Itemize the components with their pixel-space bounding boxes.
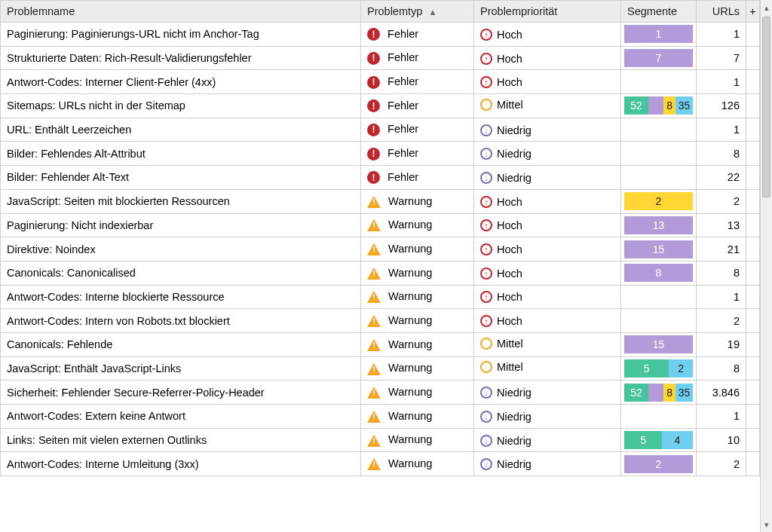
segment-green: 52 bbox=[624, 96, 648, 115]
cell-problem-type: Warnung bbox=[361, 452, 474, 476]
vertical-scrollbar[interactable]: ▴ ▾ bbox=[760, 0, 772, 532]
col-header-urls[interactable]: URLs bbox=[697, 1, 746, 23]
cell-problem-name: Bilder: Fehlendes Alt-Attribut bbox=[1, 142, 361, 166]
segment-bar: 2 bbox=[624, 192, 693, 210]
cell-priority: Hoch bbox=[474, 46, 621, 70]
col-header-type-label: Problemtyp bbox=[367, 5, 422, 17]
priority-label: Hoch bbox=[497, 291, 522, 303]
cell-spacer bbox=[746, 428, 760, 452]
segment-bar: 52835 bbox=[624, 96, 693, 115]
priority-high-icon bbox=[480, 268, 492, 280]
cell-priority: Mittel bbox=[474, 94, 621, 118]
table-row[interactable]: Bilder: Fehlendes Alt-Attribut! FehlerNi… bbox=[1, 142, 760, 166]
cell-spacer bbox=[746, 23, 760, 47]
scroll-down-icon[interactable]: ▾ bbox=[761, 517, 772, 532]
priority-low-icon bbox=[480, 411, 492, 423]
priority-high-icon bbox=[480, 29, 492, 41]
table-row[interactable]: Paginierung: Nicht indexierbar WarnungHo… bbox=[1, 213, 760, 237]
cell-priority: Hoch bbox=[474, 285, 621, 309]
cell-priority: Hoch bbox=[474, 237, 621, 261]
cell-problem-type: ! Fehler bbox=[361, 94, 474, 118]
priority-low-icon bbox=[480, 124, 492, 136]
segment-green: 5 bbox=[624, 359, 669, 378]
cell-problem-type: Warnung bbox=[361, 381, 474, 405]
table-row[interactable]: JavaScript: Enthält JavaScript-Links War… bbox=[1, 356, 760, 381]
type-label: Warnung bbox=[385, 219, 432, 231]
table-row[interactable]: Canonicals: Canonicalised WarnungHoch88 bbox=[1, 261, 760, 285]
segment-yellow: 8 bbox=[663, 96, 676, 115]
cell-priority: Hoch bbox=[474, 309, 621, 333]
table-row[interactable]: Bilder: Fehlender Alt-Text! FehlerNiedri… bbox=[1, 166, 760, 190]
table-row[interactable]: URL: Enthält Leerzeichen! FehlerNiedrig1 bbox=[1, 118, 760, 142]
type-label: Warnung bbox=[385, 362, 432, 374]
type-label: Warnung bbox=[385, 386, 432, 398]
warning-icon bbox=[367, 219, 381, 231]
cell-problem-name: Sicherheit: Fehlender Secure-Referrer-Po… bbox=[1, 381, 361, 405]
cell-problem-name: Canonicals: Fehlende bbox=[1, 332, 361, 356]
table-row[interactable]: Antwort-Codes: Interne Umleitung (3xx) W… bbox=[1, 452, 760, 476]
cell-problem-name: Antwort-Codes: Interner Client-Fehler (4… bbox=[1, 70, 361, 94]
col-header-type[interactable]: Problemtyp ▲ bbox=[361, 1, 474, 23]
table-row[interactable]: Links: Seiten mit vielen externen Outlin… bbox=[1, 428, 760, 452]
table-row[interactable]: Sitemaps: URLs nicht in der Sitemap! Feh… bbox=[1, 94, 760, 118]
warning-icon bbox=[367, 363, 381, 375]
table-row[interactable]: JavaScript: Seiten mit blockierten Resso… bbox=[1, 189, 760, 213]
priority-label: Niedrig bbox=[497, 172, 532, 184]
type-label: Warnung bbox=[385, 410, 432, 422]
cell-spacer bbox=[746, 142, 760, 166]
segment-yellow: 8 bbox=[663, 384, 676, 402]
cell-spacer bbox=[746, 213, 760, 237]
cell-priority: Niedrig bbox=[474, 142, 621, 166]
cell-url-count: 126 bbox=[697, 94, 746, 118]
priority-label: Niedrig bbox=[497, 124, 532, 136]
table-row[interactable]: Sicherheit: Fehlender Secure-Referrer-Po… bbox=[1, 381, 760, 405]
table-row[interactable]: Direktive: Noindex WarnungHoch1521 bbox=[1, 237, 760, 261]
table-row[interactable]: Canonicals: Fehlende WarnungMittel1519 bbox=[1, 332, 760, 356]
error-icon: ! bbox=[367, 99, 380, 112]
cell-spacer bbox=[746, 237, 760, 261]
scroll-track[interactable] bbox=[761, 15, 772, 517]
scroll-up-icon[interactable]: ▴ bbox=[761, 0, 772, 15]
cell-problem-name: Canonicals: Canonicalised bbox=[1, 261, 361, 285]
table-row[interactable]: Strukturierte Daten: Rich-Result-Validie… bbox=[1, 46, 760, 70]
type-label: Warnung bbox=[385, 195, 432, 207]
warning-icon bbox=[367, 387, 381, 399]
scroll-thumb[interactable] bbox=[762, 17, 770, 197]
col-header-priority[interactable]: Problempriorität bbox=[474, 1, 621, 23]
cell-segments: 52835 bbox=[621, 94, 697, 118]
warning-icon bbox=[367, 196, 381, 208]
add-column-button[interactable]: + bbox=[746, 1, 760, 23]
table-row[interactable]: Antwort-Codes: Interner Client-Fehler (4… bbox=[1, 70, 760, 94]
cell-spacer bbox=[746, 189, 760, 213]
cell-spacer bbox=[746, 166, 760, 190]
cell-priority: Niedrig bbox=[474, 381, 621, 405]
priority-label: Mittel bbox=[497, 99, 523, 111]
error-icon: ! bbox=[367, 171, 380, 184]
type-label: Warnung bbox=[385, 314, 432, 326]
segment-bar: 7 bbox=[624, 49, 693, 67]
cell-segments bbox=[621, 166, 697, 190]
priority-high-icon bbox=[480, 196, 492, 208]
col-header-name[interactable]: Problemname bbox=[1, 1, 361, 23]
cell-segments: 7 bbox=[621, 46, 697, 70]
cell-problem-type: ! Fehler bbox=[361, 142, 474, 166]
warning-icon bbox=[367, 339, 381, 351]
table-row[interactable]: Antwort-Codes: Interne blockierte Ressou… bbox=[1, 285, 760, 309]
warning-icon bbox=[367, 411, 381, 423]
type-label: Fehler bbox=[384, 51, 418, 63]
cell-priority: Mittel bbox=[474, 332, 621, 356]
priority-label: Hoch bbox=[497, 53, 522, 65]
priority-low-icon bbox=[480, 458, 492, 470]
priority-high-icon bbox=[480, 219, 492, 231]
cell-problem-type: ! Fehler bbox=[361, 23, 474, 47]
segment-bar: 1 bbox=[624, 25, 693, 43]
cell-priority: Hoch bbox=[474, 189, 621, 213]
cell-segments: 8 bbox=[621, 261, 697, 285]
col-header-segments[interactable]: Segmente bbox=[621, 1, 697, 23]
type-label: Warnung bbox=[385, 338, 432, 350]
table-row[interactable]: Paginierung: Paginierungs-URL nicht im A… bbox=[1, 23, 760, 47]
table-row[interactable]: Antwort-Codes: Intern von Robots.txt blo… bbox=[1, 309, 760, 333]
cell-priority: Hoch bbox=[474, 261, 621, 285]
table-row[interactable]: Antwort-Codes: Extern keine Antwort Warn… bbox=[1, 405, 760, 429]
priority-medium-icon bbox=[480, 99, 492, 111]
